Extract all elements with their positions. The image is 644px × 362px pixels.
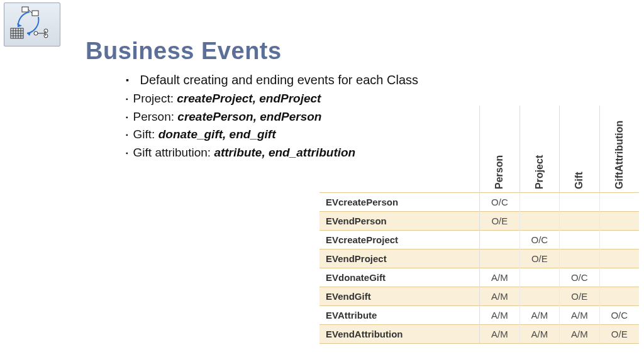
matrix-cell: A/M xyxy=(519,325,559,344)
row-label: EVendProject xyxy=(319,250,480,268)
matrix-cell: O/C xyxy=(599,306,639,325)
matrix-cell xyxy=(599,250,639,268)
sub-bullet-label: Gift: xyxy=(133,128,158,141)
table-row: EVendProjectO/E xyxy=(319,250,639,268)
matrix-cell xyxy=(519,287,559,306)
table-row: EVcreateProjectO/C xyxy=(319,231,639,250)
sub-bullet-events: createProject, endProject xyxy=(177,92,321,105)
page-title: Business Events xyxy=(86,38,282,65)
matrix-cell: O/C xyxy=(480,193,519,212)
column-header: Gift xyxy=(560,106,599,193)
column-header: Project xyxy=(519,106,559,193)
row-label: EVAttribute xyxy=(319,306,480,325)
column-header: Person xyxy=(480,106,519,193)
sub-bullet-label: Gift attribution: xyxy=(133,146,214,159)
matrix-cell xyxy=(560,212,599,231)
matrix-cell xyxy=(480,250,519,268)
matrix-cell xyxy=(519,268,559,287)
svg-rect-1 xyxy=(32,11,38,16)
matrix-cell xyxy=(519,193,559,212)
sub-bullet-events: createPerson, endPerson xyxy=(177,110,321,123)
matrix-cell xyxy=(519,212,559,231)
main-bullet-text: Default creating and ending events for e… xyxy=(140,73,419,87)
sub-bullet-label: Person: xyxy=(133,110,178,123)
matrix-cell: A/M xyxy=(519,306,559,325)
table-row: EVcreatePersonO/C xyxy=(319,193,639,212)
svg-point-13 xyxy=(34,31,38,35)
table-row: EVendPersonO/E xyxy=(319,212,639,231)
matrix-cell xyxy=(599,231,639,250)
table-row: EVdonateGiftA/MO/C xyxy=(319,268,639,287)
matrix-cell: O/E xyxy=(480,212,519,231)
matrix-cell: A/M xyxy=(480,268,519,287)
row-label: EVcreatePerson xyxy=(319,193,480,212)
matrix-cell: A/M xyxy=(560,325,599,344)
table-row: EVendGiftA/MO/E xyxy=(319,287,639,306)
table-row: EVendAttributionA/MA/MA/MO/E xyxy=(319,325,639,344)
row-label: EVcreateProject xyxy=(319,231,480,250)
matrix-cell xyxy=(560,231,599,250)
matrix-cell: A/M xyxy=(560,306,599,325)
row-label: EVendAttribution xyxy=(319,325,480,344)
row-label: EVdonateGift xyxy=(319,268,480,287)
matrix-cell: O/C xyxy=(560,268,599,287)
matrix-cell xyxy=(560,250,599,268)
matrix-cell xyxy=(599,193,639,212)
matrix-cell: O/E xyxy=(599,325,639,344)
row-label: EVendPerson xyxy=(319,212,480,231)
diagram-icon xyxy=(4,3,60,47)
svg-rect-0 xyxy=(22,7,28,12)
matrix-cell: O/C xyxy=(519,231,559,250)
matrix-cell xyxy=(599,268,639,287)
matrix-cell: A/M xyxy=(480,306,519,325)
sub-bullet-events: donate_gift, end_gift xyxy=(158,128,276,141)
matrix-cell: A/M xyxy=(480,325,519,344)
matrix-cell: A/M xyxy=(480,287,519,306)
matrix-cell: O/E xyxy=(560,287,599,306)
table-row: EVAttributeA/MA/MA/MO/C xyxy=(319,306,639,325)
sub-bullet-label: Project: xyxy=(133,92,177,105)
event-matrix-table: PersonProjectGiftGiftAttribution EVcreat… xyxy=(319,106,639,344)
column-header: GiftAttribution xyxy=(599,106,639,193)
matrix-cell xyxy=(599,287,639,306)
matrix-cell: O/E xyxy=(519,250,559,268)
matrix-cell xyxy=(599,212,639,231)
matrix-cell xyxy=(560,193,599,212)
row-label: EVendGift xyxy=(319,287,480,306)
matrix-cell xyxy=(480,231,519,250)
